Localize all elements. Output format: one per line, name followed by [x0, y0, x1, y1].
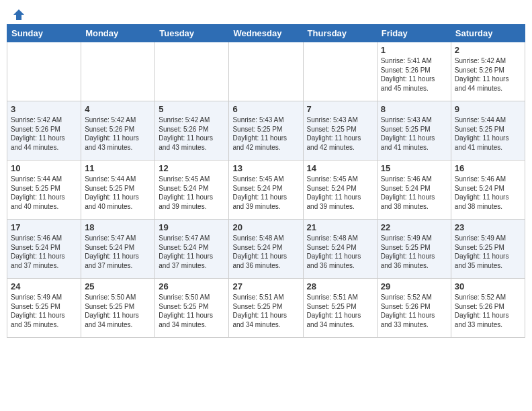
cell-date-number: 8	[381, 104, 447, 114]
cell-date-number: 7	[307, 104, 373, 114]
calendar-cell: 21Sunrise: 5:48 AM Sunset: 5:24 PM Dayli…	[303, 220, 377, 279]
cell-sun-info: Sunrise: 5:44 AM Sunset: 5:25 PM Dayligh…	[455, 116, 521, 152]
cell-date-number: 28	[307, 281, 373, 291]
calendar-cell: 18Sunrise: 5:47 AM Sunset: 5:24 PM Dayli…	[81, 220, 155, 279]
day-header-wednesday: Wednesday	[229, 25, 303, 42]
calendar-cell	[303, 42, 377, 101]
cell-sun-info: Sunrise: 5:51 AM Sunset: 5:25 PM Dayligh…	[232, 293, 299, 329]
cell-date-number: 1	[381, 45, 447, 55]
calendar-week-5: 24Sunrise: 5:49 AM Sunset: 5:25 PM Dayli…	[7, 279, 525, 338]
cell-date-number: 14	[307, 163, 373, 173]
cell-date-number: 10	[11, 163, 77, 173]
cell-date-number: 20	[232, 222, 299, 232]
cell-date-number: 18	[85, 222, 151, 232]
calendar-cell	[7, 42, 81, 101]
calendar-cell: 9Sunrise: 5:44 AM Sunset: 5:25 PM Daylig…	[451, 101, 525, 161]
cell-date-number: 23	[455, 222, 521, 232]
calendar-cell: 22Sunrise: 5:49 AM Sunset: 5:25 PM Dayli…	[377, 220, 451, 279]
title-section	[26, 8, 521, 9]
calendar-cell: 5Sunrise: 5:42 AM Sunset: 5:26 PM Daylig…	[155, 101, 229, 161]
calendar-cell: 6Sunrise: 5:43 AM Sunset: 5:25 PM Daylig…	[229, 101, 303, 161]
cell-sun-info: Sunrise: 5:47 AM Sunset: 5:24 PM Dayligh…	[85, 234, 151, 270]
calendar-cell: 10Sunrise: 5:44 AM Sunset: 5:25 PM Dayli…	[7, 161, 81, 220]
cell-sun-info: Sunrise: 5:51 AM Sunset: 5:25 PM Dayligh…	[307, 293, 373, 329]
cell-sun-info: Sunrise: 5:46 AM Sunset: 5:24 PM Dayligh…	[11, 234, 77, 270]
cell-date-number: 13	[232, 163, 299, 173]
cell-date-number: 3	[11, 104, 77, 114]
calendar-cell: 1Sunrise: 5:41 AM Sunset: 5:26 PM Daylig…	[377, 42, 451, 101]
cell-sun-info: Sunrise: 5:45 AM Sunset: 5:24 PM Dayligh…	[232, 175, 299, 211]
cell-sun-info: Sunrise: 5:44 AM Sunset: 5:25 PM Dayligh…	[85, 175, 151, 211]
cell-sun-info: Sunrise: 5:45 AM Sunset: 5:24 PM Dayligh…	[307, 175, 373, 211]
calendar-cell	[155, 42, 229, 101]
cell-sun-info: Sunrise: 5:48 AM Sunset: 5:24 PM Dayligh…	[232, 234, 299, 270]
cell-date-number: 29	[381, 281, 447, 291]
day-header-sunday: Sunday	[7, 25, 81, 42]
day-header-thursday: Thursday	[303, 25, 377, 42]
cell-sun-info: Sunrise: 5:42 AM Sunset: 5:26 PM Dayligh…	[159, 116, 225, 152]
cell-sun-info: Sunrise: 5:46 AM Sunset: 5:24 PM Dayligh…	[455, 175, 521, 211]
calendar-cell: 27Sunrise: 5:51 AM Sunset: 5:25 PM Dayli…	[229, 279, 303, 338]
calendar-container: SundayMondayTuesdayWednesdayThursdayFrid…	[0, 24, 532, 345]
cell-date-number: 12	[159, 163, 225, 173]
day-header-saturday: Saturday	[451, 25, 525, 42]
cell-sun-info: Sunrise: 5:42 AM Sunset: 5:26 PM Dayligh…	[85, 116, 151, 152]
calendar-week-3: 10Sunrise: 5:44 AM Sunset: 5:25 PM Dayli…	[7, 161, 525, 220]
calendar-table: SundayMondayTuesdayWednesdayThursdayFrid…	[7, 24, 525, 338]
calendar-cell: 16Sunrise: 5:46 AM Sunset: 5:24 PM Dayli…	[451, 161, 525, 220]
calendar-cell: 15Sunrise: 5:46 AM Sunset: 5:24 PM Dayli…	[377, 161, 451, 220]
cell-sun-info: Sunrise: 5:47 AM Sunset: 5:24 PM Dayligh…	[159, 234, 225, 270]
calendar-week-1: 1Sunrise: 5:41 AM Sunset: 5:26 PM Daylig…	[7, 42, 525, 101]
calendar-cell: 8Sunrise: 5:43 AM Sunset: 5:25 PM Daylig…	[377, 101, 451, 161]
cell-date-number: 11	[85, 163, 151, 173]
cell-sun-info: Sunrise: 5:50 AM Sunset: 5:25 PM Dayligh…	[85, 293, 151, 329]
cell-date-number: 21	[307, 222, 373, 232]
cell-date-number: 4	[85, 104, 151, 114]
calendar-cell: 11Sunrise: 5:44 AM Sunset: 5:25 PM Dayli…	[81, 161, 155, 220]
cell-sun-info: Sunrise: 5:52 AM Sunset: 5:26 PM Dayligh…	[455, 293, 521, 329]
calendar-cell: 2Sunrise: 5:42 AM Sunset: 5:26 PM Daylig…	[451, 42, 525, 101]
calendar-cell	[229, 42, 303, 101]
calendar-cell: 26Sunrise: 5:50 AM Sunset: 5:25 PM Dayli…	[155, 279, 229, 338]
calendar-cell: 25Sunrise: 5:50 AM Sunset: 5:25 PM Dayli…	[81, 279, 155, 338]
calendar-cell: 29Sunrise: 5:52 AM Sunset: 5:26 PM Dayli…	[377, 279, 451, 338]
logo-icon	[12, 8, 26, 21]
calendar-cell: 20Sunrise: 5:48 AM Sunset: 5:24 PM Dayli…	[229, 220, 303, 279]
cell-sun-info: Sunrise: 5:43 AM Sunset: 5:25 PM Dayligh…	[381, 116, 447, 152]
day-header-friday: Friday	[377, 25, 451, 42]
calendar-cell: 12Sunrise: 5:45 AM Sunset: 5:24 PM Dayli…	[155, 161, 229, 220]
cell-sun-info: Sunrise: 5:48 AM Sunset: 5:24 PM Dayligh…	[307, 234, 373, 270]
cell-sun-info: Sunrise: 5:49 AM Sunset: 5:25 PM Dayligh…	[11, 293, 77, 329]
cell-date-number: 16	[455, 163, 521, 173]
cell-sun-info: Sunrise: 5:41 AM Sunset: 5:26 PM Dayligh…	[381, 56, 447, 93]
cell-sun-info: Sunrise: 5:49 AM Sunset: 5:25 PM Dayligh…	[455, 234, 521, 270]
cell-date-number: 2	[455, 45, 521, 55]
cell-date-number: 5	[159, 104, 225, 114]
cell-date-number: 6	[232, 104, 299, 114]
cell-date-number: 19	[159, 222, 225, 232]
header	[0, 0, 532, 24]
calendar-cell: 23Sunrise: 5:49 AM Sunset: 5:25 PM Dayli…	[451, 220, 525, 279]
calendar-cell: 28Sunrise: 5:51 AM Sunset: 5:25 PM Dayli…	[303, 279, 377, 338]
calendar-cell: 3Sunrise: 5:42 AM Sunset: 5:26 PM Daylig…	[7, 101, 81, 161]
calendar-cell	[81, 42, 155, 101]
cell-date-number: 15	[381, 163, 447, 173]
cell-sun-info: Sunrise: 5:43 AM Sunset: 5:25 PM Dayligh…	[232, 116, 299, 152]
header-row: SundayMondayTuesdayWednesdayThursdayFrid…	[7, 25, 525, 42]
cell-date-number: 22	[381, 222, 447, 232]
day-header-monday: Monday	[81, 25, 155, 42]
cell-sun-info: Sunrise: 5:49 AM Sunset: 5:25 PM Dayligh…	[381, 234, 447, 270]
calendar-cell: 17Sunrise: 5:46 AM Sunset: 5:24 PM Dayli…	[7, 220, 81, 279]
calendar-week-2: 3Sunrise: 5:42 AM Sunset: 5:26 PM Daylig…	[7, 101, 525, 161]
cell-sun-info: Sunrise: 5:42 AM Sunset: 5:26 PM Dayligh…	[11, 116, 77, 152]
calendar-cell: 19Sunrise: 5:47 AM Sunset: 5:24 PM Dayli…	[155, 220, 229, 279]
cell-sun-info: Sunrise: 5:45 AM Sunset: 5:24 PM Dayligh…	[159, 175, 225, 211]
svg-marker-0	[13, 9, 24, 20]
calendar-week-4: 17Sunrise: 5:46 AM Sunset: 5:24 PM Dayli…	[7, 220, 525, 279]
calendar-cell: 30Sunrise: 5:52 AM Sunset: 5:26 PM Dayli…	[451, 279, 525, 338]
logo	[11, 8, 26, 21]
cell-date-number: 27	[232, 281, 299, 291]
day-header-tuesday: Tuesday	[155, 25, 229, 42]
cell-sun-info: Sunrise: 5:43 AM Sunset: 5:25 PM Dayligh…	[307, 116, 373, 152]
calendar-cell: 7Sunrise: 5:43 AM Sunset: 5:25 PM Daylig…	[303, 101, 377, 161]
